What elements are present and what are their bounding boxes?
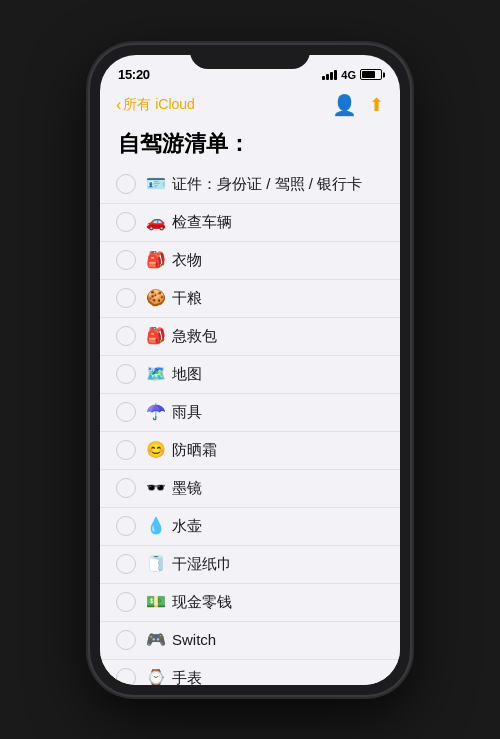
item-emoji: ☂️ bbox=[146, 404, 166, 420]
checkbox-13[interactable] bbox=[116, 668, 136, 685]
item-text: 急救包 bbox=[172, 326, 217, 346]
item-emoji: 🎒 bbox=[146, 252, 166, 268]
item-content: 🗺️地图 bbox=[146, 364, 202, 384]
item-text: 雨具 bbox=[172, 402, 202, 422]
item-content: 😊防晒霜 bbox=[146, 440, 217, 460]
item-emoji: 😊 bbox=[146, 442, 166, 458]
list-item: 🗺️地图 bbox=[100, 355, 400, 393]
list-item: ☂️雨具 bbox=[100, 393, 400, 431]
item-text: 现金零钱 bbox=[172, 592, 232, 612]
item-emoji: 🍪 bbox=[146, 290, 166, 306]
checkbox-12[interactable] bbox=[116, 630, 136, 650]
item-emoji: 🎒 bbox=[146, 328, 166, 344]
list-item: ⌚手表 bbox=[100, 659, 400, 685]
nav-actions: 👤 ⬆ bbox=[332, 93, 384, 117]
item-text: 干粮 bbox=[172, 288, 202, 308]
item-emoji: 🕶️ bbox=[146, 480, 166, 496]
battery-icon bbox=[360, 69, 382, 80]
item-emoji: 🗺️ bbox=[146, 366, 166, 382]
item-content: 🎒衣物 bbox=[146, 250, 202, 270]
status-icons: 4G bbox=[322, 69, 382, 81]
status-time: 15:20 bbox=[118, 67, 150, 82]
list-item: 🎒衣物 bbox=[100, 241, 400, 279]
item-content: ☂️雨具 bbox=[146, 402, 202, 422]
item-text: 检查车辆 bbox=[172, 212, 232, 232]
checkbox-2[interactable] bbox=[116, 250, 136, 270]
item-text: 手表 bbox=[172, 668, 202, 684]
list-item: 🪪证件：身份证 / 驾照 / 银行卡 bbox=[100, 165, 400, 203]
item-emoji: 🚗 bbox=[146, 214, 166, 230]
checkbox-7[interactable] bbox=[116, 440, 136, 460]
item-content: 🕶️墨镜 bbox=[146, 478, 202, 498]
item-content: 💧水壶 bbox=[146, 516, 202, 536]
checkbox-8[interactable] bbox=[116, 478, 136, 498]
item-text: 干湿纸巾 bbox=[172, 554, 232, 574]
item-text: 防晒霜 bbox=[172, 440, 217, 460]
item-text: 衣物 bbox=[172, 250, 202, 270]
item-emoji: 💵 bbox=[146, 594, 166, 610]
back-button[interactable]: ‹ 所有 iCloud bbox=[116, 96, 195, 114]
checkbox-5[interactable] bbox=[116, 364, 136, 384]
item-content: 🍪干粮 bbox=[146, 288, 202, 308]
phone-frame: 15:20 4G ‹ 所 bbox=[90, 45, 410, 695]
add-person-icon[interactable]: 👤 bbox=[332, 93, 357, 117]
item-emoji: 🧻 bbox=[146, 556, 166, 572]
nav-bar: ‹ 所有 iCloud 👤 ⬆ bbox=[100, 91, 400, 125]
list-item: 💵现金零钱 bbox=[100, 583, 400, 621]
item-text: 墨镜 bbox=[172, 478, 202, 498]
checkbox-6[interactable] bbox=[116, 402, 136, 422]
item-text: 证件：身份证 / 驾照 / 银行卡 bbox=[172, 174, 362, 194]
checkbox-0[interactable] bbox=[116, 174, 136, 194]
item-text: Switch bbox=[172, 630, 216, 650]
checkbox-10[interactable] bbox=[116, 554, 136, 574]
item-content: 🎒急救包 bbox=[146, 326, 217, 346]
item-content: 🪪证件：身份证 / 驾照 / 银行卡 bbox=[146, 174, 362, 194]
checkbox-11[interactable] bbox=[116, 592, 136, 612]
checkbox-1[interactable] bbox=[116, 212, 136, 232]
list-item: 🧻干湿纸巾 bbox=[100, 545, 400, 583]
item-text: 水壶 bbox=[172, 516, 202, 536]
page-title: 自驾游清单： bbox=[100, 125, 400, 165]
item-content: 🧻干湿纸巾 bbox=[146, 554, 232, 574]
checkbox-4[interactable] bbox=[116, 326, 136, 346]
item-content: 🚗检查车辆 bbox=[146, 212, 232, 232]
item-content: 🎮Switch bbox=[146, 630, 216, 650]
share-icon[interactable]: ⬆ bbox=[369, 94, 384, 116]
notch bbox=[190, 45, 310, 69]
list-item: 🍪干粮 bbox=[100, 279, 400, 317]
chevron-left-icon: ‹ bbox=[116, 96, 121, 114]
list-item: 🎮Switch bbox=[100, 621, 400, 659]
battery-fill bbox=[362, 71, 375, 78]
list-item: 💧水壶 bbox=[100, 507, 400, 545]
item-text: 地图 bbox=[172, 364, 202, 384]
network-type: 4G bbox=[341, 69, 356, 81]
item-emoji: ⌚ bbox=[146, 670, 166, 685]
phone-screen: 15:20 4G ‹ 所 bbox=[100, 55, 400, 685]
item-emoji: 💧 bbox=[146, 518, 166, 534]
signal-bars-icon bbox=[322, 70, 337, 80]
item-emoji: 🎮 bbox=[146, 632, 166, 648]
list-item: 😊防晒霜 bbox=[100, 431, 400, 469]
checkbox-9[interactable] bbox=[116, 516, 136, 536]
checkbox-3[interactable] bbox=[116, 288, 136, 308]
phone-wrapper: 15:20 4G ‹ 所 bbox=[90, 45, 410, 695]
checklist: 🪪证件：身份证 / 驾照 / 银行卡🚗检查车辆🎒衣物🍪干粮🎒急救包🗺️地图☂️雨… bbox=[100, 165, 400, 685]
back-label: 所有 iCloud bbox=[123, 96, 195, 114]
item-content: ⌚手表 bbox=[146, 668, 202, 684]
item-emoji: 🪪 bbox=[146, 176, 166, 192]
item-content: 💵现金零钱 bbox=[146, 592, 232, 612]
list-item: 🕶️墨镜 bbox=[100, 469, 400, 507]
list-item: 🎒急救包 bbox=[100, 317, 400, 355]
list-item: 🚗检查车辆 bbox=[100, 203, 400, 241]
